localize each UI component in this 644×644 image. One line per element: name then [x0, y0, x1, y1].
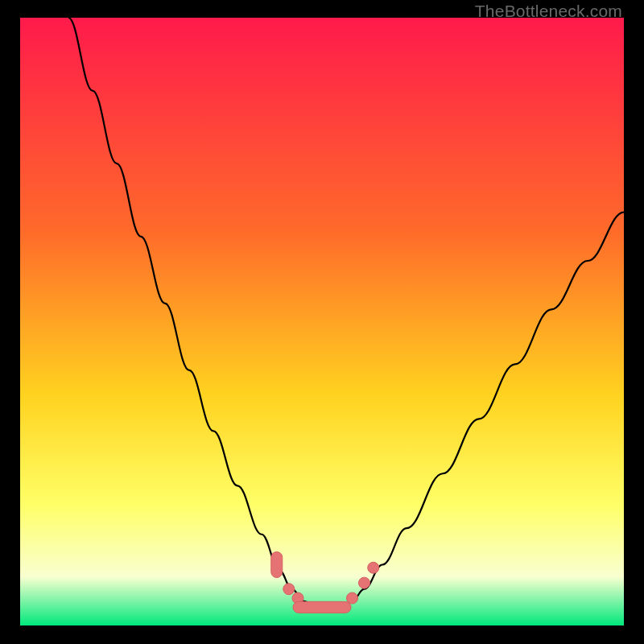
chart-background — [20, 18, 624, 625]
curve-marker — [359, 577, 370, 588]
watermark-text: TheBottleneck.com — [475, 2, 622, 21]
curve-marker — [368, 562, 379, 573]
bottleneck-chart — [20, 18, 624, 625]
curve-marker — [283, 584, 295, 595]
curve-marker — [293, 601, 351, 613]
curve-marker — [271, 552, 283, 578]
chart-frame — [20, 18, 624, 625]
curve-marker — [347, 592, 358, 604]
